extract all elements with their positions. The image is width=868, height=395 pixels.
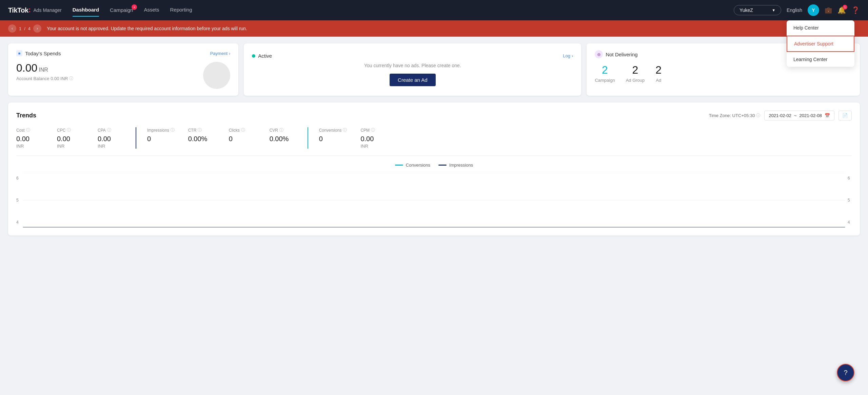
impressions-label: Impressions <box>147 128 169 133</box>
impressions-info-icon[interactable]: ⓘ <box>171 127 175 133</box>
date-start: 2021-02-02 <box>769 113 791 118</box>
cost-label: Cost <box>16 128 25 133</box>
y-label-right-6: 6 <box>848 176 852 181</box>
timezone-label: Time Zone: UTC+05:30 ⓘ <box>709 113 761 118</box>
language-selector[interactable]: English <box>787 7 802 13</box>
trends-header: Trends Time Zone: UTC+05:30 ⓘ 2021-02-02… <box>16 111 852 120</box>
nav-reporting[interactable]: Reporting <box>170 7 192 14</box>
active-card: Active Log › You currently have no ads. … <box>244 43 581 96</box>
ctr-info-icon[interactable]: ⓘ <box>198 127 202 133</box>
y-label-4: 4 <box>16 220 20 225</box>
cpm-info-icon[interactable]: ⓘ <box>371 127 375 133</box>
cvr-label: CVR <box>270 128 278 133</box>
nav-assets[interactable]: Assets <box>144 7 159 14</box>
conversions-info-icon[interactable]: ⓘ <box>343 127 347 133</box>
clicks-label: Clicks <box>229 128 240 133</box>
alert-next-button[interactable]: › <box>33 24 41 33</box>
legend-impressions: Impressions <box>438 163 473 168</box>
chart-area <box>23 173 845 227</box>
help-icon[interactable]: ❓ <box>851 6 860 14</box>
alert-separator: / <box>24 26 25 31</box>
alert-message: Your account is not approved. Update the… <box>47 26 247 31</box>
cpc-info-icon[interactable]: ⓘ <box>67 127 71 133</box>
metrics-group-2: Impressionsⓘ 0 CTRⓘ 0.00% Clicksⓘ 0 CVRⓘ… <box>147 127 308 149</box>
user-selector[interactable]: YukeZ ▼ <box>734 5 781 15</box>
metric-cpc: CPCⓘ 0.00 INR <box>57 127 84 149</box>
cvr-info-icon[interactable]: ⓘ <box>279 127 283 133</box>
alert-total-pages: 4 <box>28 26 31 31</box>
chart-svg <box>23 173 845 227</box>
export-icon: 📄 <box>842 113 848 118</box>
ads-manager-label: Ads Manager <box>33 7 61 13</box>
cpa-info-icon[interactable]: ⓘ <box>107 127 111 133</box>
metrics-row: Costⓘ 0.00 INR CPCⓘ 0.00 INR CPAⓘ 0.00 I… <box>16 127 852 156</box>
calendar-icon: 📅 <box>825 113 830 118</box>
metric-cpm: CPMⓘ 0.00 INR <box>360 127 388 149</box>
help-fab-button[interactable]: ? <box>837 364 854 381</box>
clicks-info-icon[interactable]: ⓘ <box>241 127 245 133</box>
timezone-info-icon[interactable]: ⓘ <box>756 113 760 118</box>
cvr-value: 0.00% <box>270 135 297 143</box>
create-ad-button[interactable]: Create an Ad <box>390 74 436 86</box>
avatar[interactable]: Y <box>808 4 819 16</box>
date-tilde: ~ <box>794 113 797 118</box>
notifications-icon[interactable]: 🔔 1 <box>837 6 846 14</box>
metrics-group-3: Conversionsⓘ 0 CPMⓘ 0.00 INR <box>319 127 388 149</box>
chevron-down-icon: ▼ <box>772 8 775 12</box>
ad-stat: 2 Ad <box>655 64 662 83</box>
alert-bar: ‹ 1 / 4 › Your account is not approved. … <box>0 20 868 37</box>
alert-prev-button[interactable]: ‹ <box>8 24 16 33</box>
cost-unit: INR <box>16 144 43 149</box>
main-content: ■ Today's Spends Payment › 0.00INR Accou… <box>0 37 868 395</box>
campaign-label: Campaign <box>595 78 615 83</box>
account-balance: Account Balance 0.00 INR ⓘ <box>16 76 230 81</box>
dropdown-learning-center[interactable]: Learning Center <box>787 52 854 67</box>
impressions-legend-label: Impressions <box>449 163 473 168</box>
ad-count: 2 <box>655 64 662 76</box>
conversions-label: Conversions <box>319 128 342 133</box>
spends-card-title: ■ Today's Spends <box>16 50 61 56</box>
dropdown-advertiser-support[interactable]: Advertiser Support <box>787 36 854 52</box>
payment-link[interactable]: Payment › <box>210 51 231 56</box>
metrics-group-1: Costⓘ 0.00 INR CPCⓘ 0.00 INR CPAⓘ 0.00 I… <box>16 127 136 149</box>
date-range-picker[interactable]: 2021-02-02 ~ 2021-02-08 📅 <box>764 111 834 120</box>
dropdown-help-center[interactable]: Help Center <box>787 20 854 36</box>
chevron-right-icon: › <box>229 51 230 56</box>
messages-icon[interactable]: 💼 <box>825 6 832 14</box>
date-end: 2021-02-08 <box>800 113 822 118</box>
metric-cost: Costⓘ 0.00 INR <box>16 127 43 149</box>
cpm-unit: INR <box>360 144 388 149</box>
campaign-count: 2 <box>595 64 615 76</box>
cpc-unit: INR <box>57 144 84 149</box>
export-button[interactable]: 📄 <box>839 111 852 120</box>
navbar-right: YukeZ ▼ English Y 💼 🔔 1 ❓ <box>734 4 860 16</box>
balance-info-icon[interactable]: ⓘ <box>69 76 73 81</box>
notification-badge: 1 <box>843 5 847 10</box>
donut-chart <box>203 62 230 89</box>
spends-card: ■ Today's Spends Payment › 0.00INR Accou… <box>8 43 238 96</box>
trends-title: Trends <box>16 112 36 119</box>
cpa-label: CPA <box>98 128 106 133</box>
clicks-value: 0 <box>229 135 256 143</box>
active-status-dot <box>252 54 255 58</box>
cpc-label: CPC <box>57 128 65 133</box>
log-link[interactable]: Log › <box>563 53 573 58</box>
cpa-value: 0.00 <box>98 135 125 143</box>
metric-ctr: CTRⓘ 0.00% <box>188 127 215 149</box>
campaign-badge: + <box>132 4 137 10</box>
active-status-label: Active <box>258 53 272 59</box>
ctr-label: CTR <box>188 128 197 133</box>
conversions-legend-line <box>395 165 403 166</box>
cards-row: ■ Today's Spends Payment › 0.00INR Accou… <box>8 43 860 96</box>
trends-controls: Time Zone: UTC+05:30 ⓘ 2021-02-02 ~ 2021… <box>709 111 852 120</box>
cost-info-icon[interactable]: ⓘ <box>26 127 30 133</box>
navbar: TikTok: Ads Manager Dashboard Campaign +… <box>0 0 868 20</box>
y-label-right-5: 5 <box>848 198 852 203</box>
nav-links: Dashboard Campaign + Assets Reporting <box>73 7 734 14</box>
chart-container: 6 5 4 6 5 4 <box>16 173 852 227</box>
balance-amount: 0.00INR <box>16 62 230 74</box>
nav-dashboard[interactable]: Dashboard <box>73 7 99 14</box>
nav-campaign[interactable]: Campaign <box>110 7 133 14</box>
conversions-legend-label: Conversions <box>406 163 430 168</box>
log-chevron-icon: › <box>572 53 573 58</box>
